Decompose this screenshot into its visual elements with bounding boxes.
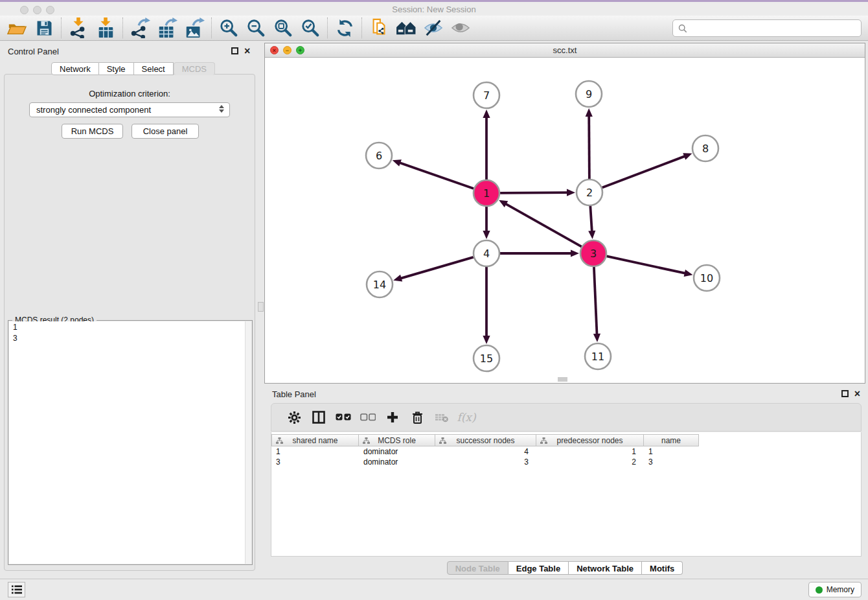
graph-edge-3-1[interactable] bbox=[505, 203, 582, 247]
trash-icon bbox=[412, 411, 423, 424]
network-canvas[interactable]: 1234678910111415 bbox=[265, 58, 865, 383]
show-columns-button[interactable] bbox=[306, 408, 331, 427]
table-panel: Table Panel × bbox=[264, 386, 865, 579]
refresh-button[interactable] bbox=[333, 17, 356, 38]
graph-node-label: 14 bbox=[373, 279, 386, 291]
toolbar-separator bbox=[361, 17, 362, 38]
column-header-predecessor-nodes[interactable]: predecessor nodes bbox=[536, 434, 644, 446]
control-panel-float-icon[interactable] bbox=[231, 47, 238, 54]
hierarchy-icon bbox=[363, 437, 370, 444]
cell-successor-nodes: 3 bbox=[435, 457, 536, 467]
graph-node-label: 3 bbox=[590, 248, 597, 260]
tab-network[interactable]: Network bbox=[51, 62, 99, 75]
graph-node-label: 1 bbox=[483, 187, 490, 200]
first-neighbors-button[interactable] bbox=[394, 17, 418, 38]
close-panel-button[interactable]: Close panel bbox=[131, 124, 199, 139]
graph-edge-arrowhead bbox=[483, 110, 490, 118]
mcds-result-list[interactable]: 13 bbox=[9, 321, 251, 564]
graph-node-label: 15 bbox=[480, 352, 493, 365]
memory-label: Memory bbox=[827, 585, 854, 594]
tab-network-table[interactable]: Network Table bbox=[569, 561, 642, 575]
eye-slash-icon bbox=[423, 18, 444, 38]
deselect-all-icon bbox=[360, 413, 376, 421]
zoom-selected-button[interactable] bbox=[299, 17, 322, 38]
function-builder-button: f(x) bbox=[454, 408, 479, 427]
show-all-button[interactable] bbox=[449, 17, 472, 38]
panel-resize-handle[interactable] bbox=[258, 302, 264, 312]
canvas-resize-handle[interactable] bbox=[558, 377, 567, 382]
graph-edge-arrowhead bbox=[571, 249, 579, 257]
export-image-button[interactable] bbox=[183, 17, 206, 38]
graph-edge-1-2[interactable] bbox=[500, 192, 569, 193]
graph-node-label: 4 bbox=[483, 248, 490, 260]
status-bar: Memory bbox=[0, 579, 868, 600]
cell-successor-nodes: 4 bbox=[435, 446, 536, 457]
save-icon bbox=[36, 19, 53, 37]
tab-style[interactable]: Style bbox=[99, 62, 134, 75]
window-titlebar: Session: New Session bbox=[0, 2, 868, 16]
copy-document-button[interactable] bbox=[367, 17, 391, 38]
network-window-titlebar[interactable]: × − + scc.txt bbox=[265, 43, 865, 58]
graph-edge-2-9[interactable] bbox=[589, 115, 589, 179]
select-all-button[interactable] bbox=[331, 408, 356, 427]
graph-edge-4-14[interactable] bbox=[400, 257, 474, 279]
table-panel-tabs: Node TableEdge TableNetwork TableMotifs bbox=[264, 561, 865, 575]
graph-node-label: 2 bbox=[586, 187, 593, 199]
zoom-out-button[interactable] bbox=[244, 17, 268, 38]
search-input[interactable] bbox=[691, 23, 856, 33]
tab-edge-table[interactable]: Edge Table bbox=[508, 561, 569, 575]
task-history-button[interactable] bbox=[8, 582, 25, 597]
import-table-button[interactable] bbox=[94, 17, 117, 38]
graph-edge-2-8[interactable] bbox=[602, 156, 686, 187]
node-table: shared nameMCDS rolesuccessor nodesprede… bbox=[271, 432, 862, 557]
memory-button[interactable]: Memory bbox=[808, 582, 862, 597]
criterion-dropdown[interactable]: strongly connected component bbox=[29, 102, 230, 117]
optimization-criterion-label: Optimization criterion: bbox=[0, 89, 259, 98]
cell-shared-name: 1 bbox=[271, 446, 359, 457]
graph-edge-3-11[interactable] bbox=[594, 267, 597, 336]
control-panel-close-icon[interactable]: × bbox=[244, 47, 250, 54]
memory-status-icon bbox=[816, 586, 823, 594]
tab-select[interactable]: Select bbox=[134, 62, 174, 75]
column-header-mcds-role[interactable]: MCDS role bbox=[359, 434, 435, 446]
tab-motifs[interactable]: Motifs bbox=[642, 561, 683, 575]
graph-edge-2-3[interactable] bbox=[590, 206, 592, 233]
column-header-successor-nodes[interactable]: successor nodes bbox=[435, 434, 536, 446]
tab-node-table[interactable]: Node Table bbox=[447, 561, 508, 575]
mcds-result-line: 1 bbox=[9, 321, 251, 332]
cell-predecessor-nodes: 1 bbox=[536, 446, 644, 457]
save-session-button[interactable] bbox=[32, 17, 56, 38]
table-panel-title: Table Panel bbox=[272, 389, 316, 399]
import-network-button[interactable] bbox=[67, 17, 90, 38]
zoom-out-icon bbox=[246, 18, 266, 38]
hide-selected-button[interactable] bbox=[422, 17, 445, 38]
graph-edge-arrowhead bbox=[483, 231, 490, 239]
column-header-label: successor nodes bbox=[456, 436, 514, 445]
run-mcds-button[interactable]: Run MCDS bbox=[62, 124, 123, 139]
table-row[interactable]: 3dominator323 bbox=[271, 457, 861, 467]
column-header-shared-name[interactable]: shared name bbox=[271, 434, 359, 446]
add-column-button[interactable] bbox=[380, 408, 405, 427]
search-box[interactable] bbox=[672, 19, 862, 37]
graph-edge-3-10[interactable] bbox=[607, 256, 687, 273]
zoom-in-icon bbox=[219, 18, 238, 38]
export-table-button[interactable] bbox=[155, 17, 179, 38]
delete-column-button[interactable] bbox=[405, 408, 429, 427]
table-rows: 1dominator4113dominator323 bbox=[271, 446, 861, 467]
table-row[interactable]: 1dominator411 bbox=[271, 446, 861, 457]
deselect-all-button[interactable] bbox=[356, 408, 380, 427]
export-network-button[interactable] bbox=[128, 17, 152, 38]
table-panel-float-icon[interactable] bbox=[841, 390, 849, 397]
table-settings-button[interactable] bbox=[282, 408, 306, 427]
fx-icon: f(x) bbox=[457, 411, 475, 424]
tab-mcds[interactable]: MCDS bbox=[174, 62, 215, 75]
column-header-label: name bbox=[661, 436, 681, 445]
graph-edge-1-6[interactable] bbox=[398, 163, 474, 189]
window-title: Session: New Session bbox=[0, 5, 868, 14]
column-header-name[interactable]: name bbox=[644, 434, 699, 446]
zoom-in-button[interactable] bbox=[217, 17, 240, 38]
result-scrollbar[interactable] bbox=[245, 321, 251, 564]
open-file-button[interactable] bbox=[5, 17, 29, 38]
zoom-fit-button[interactable] bbox=[271, 17, 295, 38]
table-panel-close-icon[interactable]: × bbox=[854, 390, 860, 397]
